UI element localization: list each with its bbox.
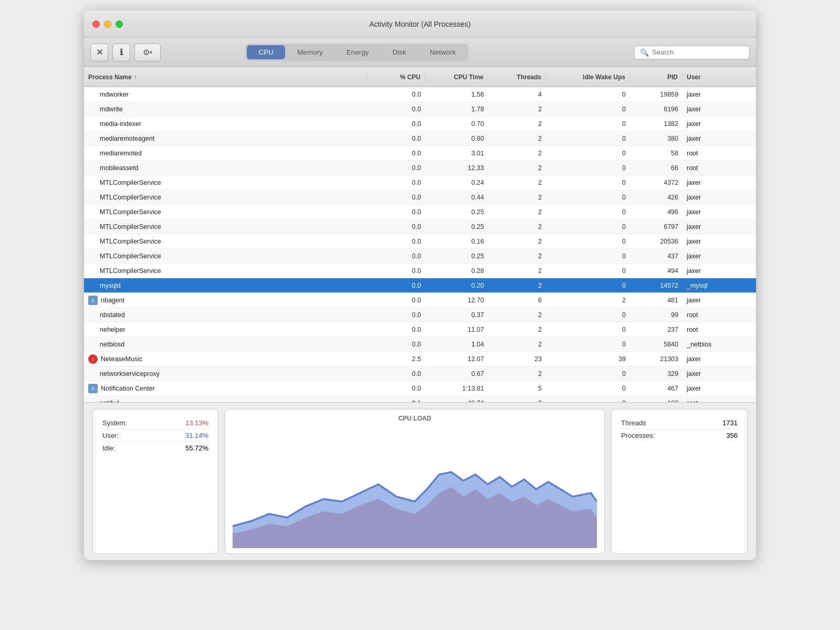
table-row[interactable]: nbstated 0.0 0.37 2 0 99 root (84, 308, 756, 322)
cpu-time: 11.07 (425, 326, 488, 333)
table-row[interactable]: nehelper 0.0 11.07 2 0 237 root (84, 322, 756, 337)
threads: 2 (488, 120, 546, 128)
close-button[interactable] (92, 20, 100, 28)
table-row[interactable]: mediaremoted 0.0 3.01 2 0 58 root (84, 146, 756, 161)
cpu-percent: 0.0 (368, 179, 425, 186)
col-header-idle-wake[interactable]: Idle Wake Ups (546, 74, 630, 81)
table-row[interactable]: mdwrite 0.0 1.78 2 0 6196 jaxer (84, 102, 756, 117)
table-row[interactable]: MTLCompilerService 0.0 0.44 2 0 426 jaxe… (84, 190, 756, 205)
user: jaxer (682, 253, 756, 260)
cpu-percent: 0.0 (368, 223, 425, 230)
pid: 21303 (630, 355, 682, 363)
table-row[interactable]: MTLCompilerService 0.0 0.25 2 0 437 jaxe… (84, 249, 756, 264)
tab-network[interactable]: Network (418, 45, 468, 59)
col-header-cpu-time[interactable]: CPU Time (425, 74, 488, 81)
threads: 4 (488, 91, 546, 98)
table-row[interactable]: MTLCompilerService 0.0 0.28 2 0 494 jaxe… (84, 264, 756, 278)
threads-label: Threads (621, 419, 646, 427)
user: jaxer (682, 370, 756, 377)
table-row[interactable]: MTLCompilerService 0.0 0.25 2 0 6797 jax… (84, 219, 756, 234)
tab-cpu[interactable]: CPU (247, 45, 285, 59)
col-header-pid[interactable]: PID (630, 74, 682, 81)
col-header-user[interactable]: User (682, 74, 756, 81)
cpu-time: 0.28 (425, 267, 488, 275)
table-row[interactable]: mobileassetd 0.0 12.33 2 0 66 root (84, 161, 756, 175)
table-row[interactable]: netbiosd 0.0 1.04 2 0 5840 _netbios (84, 337, 756, 352)
table-row[interactable]: ANotification Center 0.0 1:13.81 5 0 467… (84, 381, 756, 396)
pid: 237 (630, 326, 682, 333)
threads: 5 (488, 385, 546, 392)
pid: 496 (630, 208, 682, 216)
threads: 2 (488, 208, 546, 216)
app-icon: A (88, 296, 98, 305)
user: jaxer (682, 120, 756, 128)
table-row[interactable]: Anbagent 0.0 12.70 6 2 481 jaxer (84, 293, 756, 308)
table-row[interactable]: mysqld 0.0 0.20 2 0 14572 _mysql (84, 278, 756, 293)
system-value: 13.13% (185, 419, 208, 427)
idle-label: Idle: (102, 444, 116, 452)
pid: 5840 (630, 341, 682, 348)
table-row[interactable]: MTLCompilerService 0.0 0.24 2 0 4372 jax… (84, 175, 756, 190)
cpu-time: 1.04 (425, 341, 488, 348)
table-row[interactable]: mdworker 0.0 1.56 4 0 19859 jaxer (84, 87, 756, 102)
cpu-percent: 0.1 (368, 400, 425, 403)
threads: 2 (488, 223, 546, 230)
idle-wake-ups: 0 (546, 326, 630, 333)
pid: 123 (630, 400, 682, 403)
cpu-time: 0.67 (425, 370, 488, 377)
tab-disk[interactable]: Disk (381, 45, 417, 59)
user: jaxer (682, 106, 756, 113)
user-stat-row: User: 31.14% (102, 429, 208, 442)
close-icon-btn[interactable]: ✕ (90, 44, 108, 61)
info-button[interactable]: ℹ (112, 44, 130, 61)
minimize-button[interactable] (104, 20, 111, 28)
search-box[interactable]: 🔍 (634, 46, 750, 59)
process-name: MTLCompilerService (84, 253, 368, 260)
idle-value: 55.72% (185, 444, 208, 452)
cpu-time: 12.07 (425, 355, 488, 363)
user: jaxer (682, 179, 756, 186)
table-row[interactable]: notifyd 0.1 40.74 3 0 123 root (84, 396, 756, 402)
idle-wake-ups: 0 (546, 311, 630, 319)
pid: 6196 (630, 106, 682, 113)
idle-stat-row: Idle: 55.72% (102, 442, 208, 454)
search-input[interactable] (652, 48, 744, 56)
cpu-percent: 0.0 (368, 91, 425, 98)
cpu-percent: 0.0 (368, 194, 425, 201)
bottom-bar: System: 13.13% User: 31.14% Idle: 55.72%… (84, 402, 756, 560)
threads: 6 (488, 297, 546, 304)
threads: 2 (488, 370, 546, 377)
user: jaxer (682, 267, 756, 275)
cpu-stats-panel: System: 13.13% User: 31.14% Idle: 55.72% (92, 409, 218, 554)
gear-icon: ⚙ (143, 48, 150, 57)
pid: 6797 (630, 223, 682, 230)
table-row[interactable]: networkserviceproxy 0.0 0.67 2 0 329 jax… (84, 366, 756, 381)
user: jaxer (682, 297, 756, 304)
tab-memory[interactable]: Memory (286, 45, 334, 59)
table-row[interactable]: media-indexer 0.0 0.70 2 0 1382 jaxer (84, 117, 756, 131)
table-row[interactable]: mediaremoteagent 0.0 0.80 2 0 380 jaxer (84, 131, 756, 146)
idle-wake-ups: 0 (546, 400, 630, 403)
table-row[interactable]: MTLCompilerService 0.0 0.25 2 0 496 jaxe… (84, 205, 756, 219)
table-row[interactable]: ♪NeteaseMusic 2.5 12.07 23 39 21303 jaxe… (84, 352, 756, 366)
col-header-threads[interactable]: Threads (488, 74, 546, 81)
col-header-process-name[interactable]: Process Name (84, 74, 368, 81)
pid: 58 (630, 150, 682, 157)
gear-button[interactable]: ⚙ ▾ (134, 44, 161, 61)
process-name: ♪NeteaseMusic (84, 354, 368, 364)
pid: 380 (630, 135, 682, 142)
idle-wake-ups: 0 (546, 208, 630, 216)
idle-wake-ups: 0 (546, 150, 630, 157)
idle-wake-ups: 0 (546, 385, 630, 392)
pid: 481 (630, 297, 682, 304)
maximize-button[interactable] (116, 20, 123, 28)
toolbar: ✕ ℹ ⚙ ▾ CPU Memory Energy Disk Network 🔍 (84, 38, 756, 67)
pid: 329 (630, 370, 682, 377)
table-row[interactable]: MTLCompilerService 0.0 0.16 2 0 20536 ja… (84, 234, 756, 249)
process-name: networkserviceproxy (84, 370, 368, 377)
tab-energy[interactable]: Energy (335, 45, 381, 59)
col-header-cpu[interactable]: % CPU (368, 74, 425, 81)
idle-wake-ups: 2 (546, 297, 630, 304)
cpu-time: 3.01 (425, 150, 488, 157)
x-icon: ✕ (96, 47, 103, 57)
